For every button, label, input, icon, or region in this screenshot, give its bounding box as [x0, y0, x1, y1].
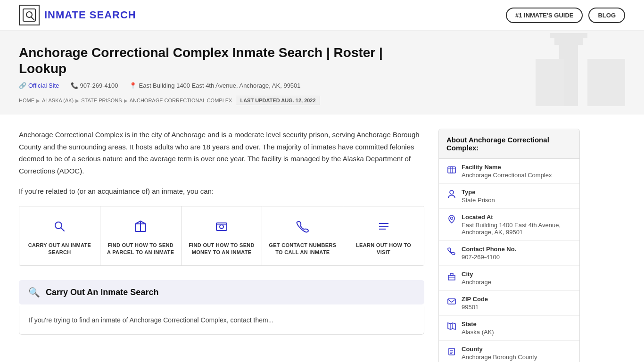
sidebar-row-5: ZIP Code99501	[439, 291, 579, 316]
breadcrumb-sep-2: ▶	[75, 98, 79, 103]
site-logo[interactable]: INMATE SEARCH	[19, 5, 136, 25]
location-icon: 📍	[129, 82, 137, 89]
sidebar-content-6: StateAlaska (AK)	[462, 321, 494, 336]
phone-icon: 📞	[71, 82, 78, 89]
sidebar-row-0: Facility NameAnchorage Correctional Comp…	[439, 159, 579, 184]
sidebar-icon-1	[446, 189, 457, 201]
action-card-icon-send-parcel	[134, 220, 147, 236]
sidebar-icon-6	[446, 321, 457, 333]
sidebar-label-0: Facility Name	[462, 164, 552, 171]
svg-rect-18	[448, 167, 455, 173]
sidebar-value-0: Anchorage Correctional Complex	[462, 172, 552, 179]
sidebar-row-2: Located AtEast Building 1400 East 4th Av…	[439, 209, 579, 241]
intro-paragraph-2: If you're related to (or an acquaintance…	[19, 185, 424, 197]
official-site-link[interactable]: 🔗 Official Site	[19, 82, 59, 89]
sidebar-icon-7	[446, 346, 457, 358]
sidebar-content-4: CityAnchorage	[462, 271, 491, 286]
sidebar-label-1: Type	[462, 189, 495, 196]
action-card-inmate-search[interactable]: CARRY OUT AN INMATE SEARCH	[19, 206, 100, 266]
sidebar-icon-5	[446, 296, 457, 308]
logo-text: INMATE SEARCH	[44, 9, 136, 21]
guide-button[interactable]: #1 INMATE'S GUIDE	[506, 8, 583, 23]
sidebar-row-6: StateAlaska (AK)	[439, 316, 579, 341]
sidebar-icon-2	[446, 214, 457, 226]
svg-rect-7	[536, 59, 564, 106]
section-title: Carry Out An Inmate Search	[46, 288, 158, 297]
sidebar-icon-3	[446, 247, 457, 258]
main-content: Anchorage Correctional Complex is in the…	[19, 129, 424, 362]
blog-button[interactable]: BLOG	[588, 8, 625, 23]
svg-point-1	[26, 12, 32, 17]
sidebar-row-4: CityAnchorage	[439, 266, 579, 291]
breadcrumb-facility[interactable]: ANCHORAGE CORRECTIONAL COMPLEX	[130, 98, 232, 103]
breadcrumb-sep-3: ▶	[124, 98, 128, 103]
sidebar-content-7: CountyAnchorage Borough County	[462, 346, 537, 361]
sidebar-label-6: State	[462, 321, 494, 328]
action-card-label-send-parcel: FIND OUT HOW TO SEND A PARCEL TO AN INMA…	[106, 242, 175, 256]
sidebar-header: About Anchorage Correctional Complex:	[439, 129, 579, 159]
sidebar-card: About Anchorage Correctional Complex: Fa…	[438, 129, 580, 362]
sidebar-value-2: East Building 1400 East 4th Avenue, Anch…	[462, 222, 572, 236]
svg-rect-12	[216, 223, 227, 230]
svg-rect-6	[587, 59, 625, 106]
sidebar-content-5: ZIP Code99501	[462, 296, 488, 311]
site-header: INMATE SEARCH #1 INMATE'S GUIDE BLOG	[0, 0, 644, 31]
sidebar-label-2: Located At	[462, 214, 572, 221]
sidebar-value-3: 907-269-4100	[462, 254, 516, 261]
page-title: Anchorage Correctional Complex Inmate Se…	[19, 45, 387, 76]
action-cards-container: CARRY OUT AN INMATE SEARCH FIND OUT HOW …	[19, 206, 424, 266]
sidebar-icon-4	[446, 272, 457, 283]
section-body: If you're trying to find an inmate of An…	[29, 315, 414, 325]
sidebar-value-1: State Prison	[462, 197, 495, 204]
action-card-contact-numbers[interactable]: GET CONTACT NUMBERS TO CALL AN INMATE	[262, 206, 343, 266]
sidebar-value-4: Anchorage	[462, 279, 491, 286]
sidebar-label-5: ZIP Code	[462, 296, 488, 303]
sidebar-content-2: Located AtEast Building 1400 East 4th Av…	[462, 214, 572, 236]
sidebar-content-3: Contact Phone No.907-269-4100	[462, 246, 516, 261]
action-card-label-send-money: FIND OUT HOW TO SEND MONEY TO AN INMATE	[187, 242, 256, 256]
action-card-label-contact-numbers: GET CONTACT NUMBERS TO CALL AN INMATE	[268, 242, 337, 256]
main-layout: Anchorage Correctional Complex is in the…	[0, 115, 644, 362]
action-card-icon-visit	[377, 220, 390, 236]
link-icon: 🔗	[19, 82, 26, 89]
svg-point-22	[451, 217, 453, 220]
hero-section: Anchorage Correctional Complex Inmate Se…	[0, 31, 644, 115]
address-info: 📍 East Building 1400 East 4th Avenue, An…	[129, 82, 300, 89]
breadcrumb-category[interactable]: STATE PRISONS	[81, 98, 122, 103]
last-updated-badge: LAST UPDATED AUG. 12, 2022	[236, 96, 320, 105]
sidebar-row-7: CountyAnchorage Borough County	[439, 341, 579, 362]
hero-background	[521, 31, 644, 106]
breadcrumb-sep-1: ▶	[36, 98, 40, 103]
sidebar-label-7: County	[462, 346, 537, 353]
svg-line-2	[31, 17, 34, 20]
breadcrumb-home[interactable]: HOME	[19, 98, 34, 103]
sidebar-value-7: Anchorage Borough County	[462, 354, 537, 361]
phone-info: 📞 907-269-4100	[71, 82, 118, 89]
svg-rect-19	[451, 167, 453, 173]
header-nav: #1 INMATE'S GUIDE BLOG	[506, 8, 625, 23]
action-card-icon-send-money	[215, 220, 228, 236]
sidebar-value-6: Alaska (AK)	[462, 329, 494, 336]
svg-marker-27	[448, 323, 455, 329]
svg-rect-5	[550, 33, 587, 38]
svg-line-9	[61, 228, 65, 231]
action-card-icon-inmate-search	[53, 220, 66, 236]
action-card-icon-contact-numbers	[296, 220, 309, 236]
sidebar: About Anchorage Correctional Complex: Fa…	[438, 129, 580, 362]
svg-rect-26	[448, 299, 455, 304]
action-card-send-parcel[interactable]: FIND OUT HOW TO SEND A PARCEL TO AN INMA…	[100, 206, 182, 266]
action-card-label-visit: LEARN OUT HOW TO VISIT	[349, 242, 418, 256]
svg-rect-30	[449, 348, 454, 355]
svg-point-13	[220, 225, 223, 229]
sidebar-content-0: Facility NameAnchorage Correctional Comp…	[462, 164, 552, 179]
intro-paragraph-1: Anchorage Correctional Complex is in the…	[19, 129, 424, 177]
action-card-visit[interactable]: LEARN OUT HOW TO VISIT	[343, 206, 424, 266]
action-card-send-money[interactable]: FIND OUT HOW TO SEND MONEY TO AN INMATE	[182, 206, 263, 266]
sidebar-icon-0	[446, 165, 457, 176]
section-header: 🔍 Carry Out An Inmate Search	[19, 280, 424, 304]
breadcrumb-state[interactable]: ALASKA (AK)	[42, 98, 74, 103]
svg-point-21	[450, 190, 454, 194]
svg-rect-24	[450, 273, 453, 275]
logo-icon	[19, 5, 40, 25]
action-card-label-inmate-search: CARRY OUT AN INMATE SEARCH	[25, 242, 94, 256]
